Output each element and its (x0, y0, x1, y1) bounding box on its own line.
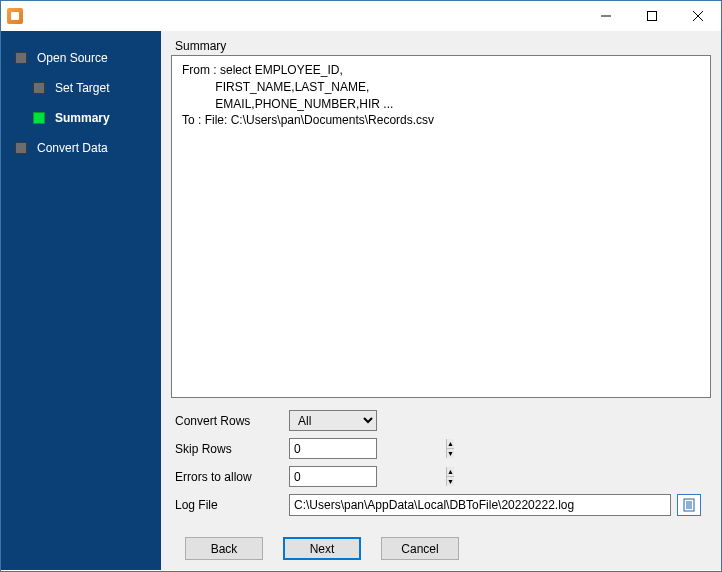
step-label: Open Source (37, 51, 108, 65)
errors-allow-spinner[interactable]: ▲ ▼ (289, 466, 377, 487)
convert-rows-label: Convert Rows (171, 414, 289, 428)
app-icon (7, 8, 23, 24)
log-file-label: Log File (171, 498, 289, 512)
titlebar (1, 1, 721, 31)
step-label: Summary (55, 111, 110, 125)
step-marker-icon (33, 82, 45, 94)
skip-rows-spinner[interactable]: ▲ ▼ (289, 438, 377, 459)
step-label: Set Target (55, 81, 109, 95)
document-icon (682, 498, 696, 512)
convert-rows-select[interactable]: All (289, 410, 377, 431)
errors-allow-input[interactable] (290, 467, 446, 486)
minimize-button[interactable] (583, 1, 629, 31)
wizard-buttons: Back Next Cancel (171, 537, 711, 560)
cancel-button[interactable]: Cancel (381, 537, 459, 560)
errors-allow-label: Errors to allow (171, 470, 289, 484)
step-marker-icon (33, 112, 45, 124)
wizard-sidebar: Open Source Set Target Summary Convert D… (1, 31, 161, 570)
browse-log-button[interactable] (677, 494, 701, 516)
back-button[interactable]: Back (185, 537, 263, 560)
log-file-input[interactable] (289, 494, 671, 516)
window-controls (583, 1, 721, 31)
summary-label: Summary (171, 39, 711, 53)
step-label: Convert Data (37, 141, 108, 155)
skip-rows-label: Skip Rows (171, 442, 289, 456)
spin-up-icon[interactable]: ▲ (447, 439, 454, 449)
maximize-button[interactable] (629, 1, 675, 31)
next-button[interactable]: Next (283, 537, 361, 560)
spin-down-icon[interactable]: ▼ (447, 477, 454, 486)
step-summary[interactable]: Summary (1, 103, 161, 133)
skip-rows-input[interactable] (290, 439, 446, 458)
spin-up-icon[interactable]: ▲ (447, 467, 454, 477)
close-button[interactable] (675, 1, 721, 31)
step-open-source[interactable]: Open Source (1, 43, 161, 73)
step-convert-data[interactable]: Convert Data (1, 133, 161, 163)
svg-rect-1 (648, 12, 657, 21)
summary-textarea[interactable]: From : select EMPLOYEE_ID, FIRST_NAME,LA… (171, 55, 711, 398)
main-panel: Summary From : select EMPLOYEE_ID, FIRST… (161, 31, 721, 570)
step-marker-icon (15, 52, 27, 64)
svg-rect-4 (684, 499, 694, 511)
options-form: Convert Rows All Skip Rows ▲ ▼ Errors to… (171, 410, 711, 523)
step-marker-icon (15, 142, 27, 154)
spin-down-icon[interactable]: ▼ (447, 449, 454, 458)
step-set-target[interactable]: Set Target (1, 73, 161, 103)
